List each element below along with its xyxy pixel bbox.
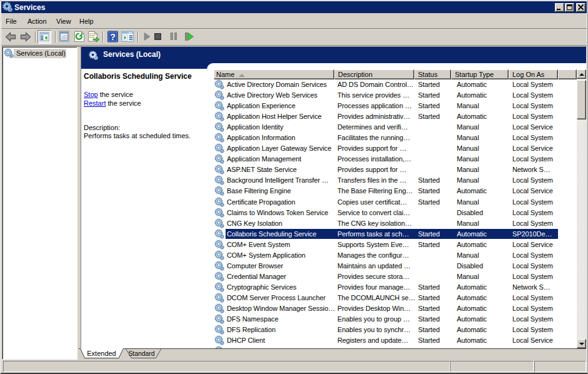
svg-text:?: ? bbox=[110, 32, 116, 42]
svg-text:Standard: Standard bbox=[128, 350, 154, 357]
svg-text:Extended: Extended bbox=[87, 350, 116, 357]
